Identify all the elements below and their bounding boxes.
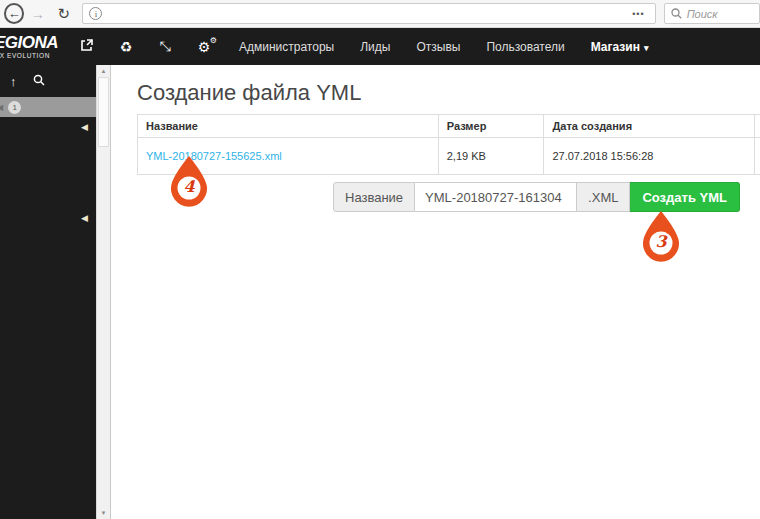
main-content: Создание файла YML Название Размер Дата … (111, 65, 760, 519)
create-yml-form: Название .XML Создать YML (333, 182, 740, 212)
marker-number: 3 (641, 232, 681, 251)
recycle-icon: ♻ (120, 39, 133, 55)
marker-number: 4 (169, 177, 209, 196)
tree-scrollbar[interactable]: ▲ ▼ (96, 65, 111, 519)
plugin-icon: ⤡ (159, 38, 170, 54)
navbar-menu: Администраторы Лиды Отзывы Пользователи … (239, 40, 648, 54)
menu-item-leads[interactable]: Лиды (360, 40, 390, 54)
browser-back-button[interactable]: ← (4, 3, 24, 24)
node-count-badge: 1 (8, 101, 21, 114)
refresh-site-button[interactable]: ♻ (117, 39, 135, 55)
site-info-icon[interactable]: i (89, 7, 102, 20)
menu-item-shop[interactable]: Магазин▾ (591, 40, 649, 54)
search-icon (33, 74, 45, 86)
collapse-tree-button[interactable]: ↑ (10, 74, 17, 89)
scroll-down-icon[interactable]: ▼ (97, 510, 110, 516)
col-header-size: Размер (438, 115, 544, 138)
annotation-marker-3: 3 (641, 210, 681, 262)
preview-site-button[interactable] (78, 38, 96, 55)
search-icon (671, 8, 682, 19)
plugin-button[interactable]: ⤡ (156, 38, 174, 55)
table-header-row: Название Размер Дата создания Уп (138, 115, 760, 138)
chevron-down-icon: ▾ (644, 43, 649, 53)
menu-item-users[interactable]: Пользователи (486, 40, 564, 54)
tree-toolbar: ↑ (0, 65, 96, 97)
col-header-manage: Уп (754, 115, 760, 138)
external-link-icon (80, 38, 94, 52)
address-bar[interactable]: i ••• (82, 3, 655, 24)
app-window: ← → ↻ i ••• Поиск EGIONA OX EVOLUTION ♻ … (0, 0, 760, 519)
navbar-icon-group: ♻ ⤡ ⚙ ⚙ (78, 38, 213, 55)
page-title: Создание файла YML (137, 80, 361, 106)
settings-button[interactable]: ⚙ ⚙ (195, 39, 213, 55)
tree-collapse-icon[interactable]: ◀ (81, 122, 88, 132)
browser-refresh-button[interactable]: ↻ (53, 3, 74, 25)
yml-file-link[interactable]: YML-20180727-155625.xml (146, 150, 282, 162)
gear-small-icon: ⚙ (210, 36, 217, 45)
scroll-up-icon[interactable]: ▲ (97, 68, 110, 74)
refresh-icon: ↻ (58, 5, 71, 23)
page-actions-button[interactable]: ••• (628, 7, 648, 21)
file-size-cell: 2,19 KB (438, 138, 544, 175)
annotation-marker-4: 4 (169, 155, 209, 207)
admin-navbar: EGIONA OX EVOLUTION ♻ ⤡ ⚙ ⚙ Администрато… (0, 28, 760, 65)
file-date-cell: 27.07.2018 15:56:28 (544, 138, 754, 175)
scrollbar-thumb[interactable] (98, 77, 109, 147)
site-logo[interactable]: EGIONA OX EVOLUTION (0, 34, 66, 60)
logo-subtext: OX EVOLUTION (0, 53, 66, 60)
browser-search-box[interactable]: Поиск (664, 3, 760, 24)
tree-root-node[interactable]: ◀ 1 (0, 97, 96, 117)
menu-item-reviews[interactable]: Отзывы (416, 40, 460, 54)
table-row: YML-20180727-155625.xml 2,19 KB 27.07.20… (138, 138, 760, 175)
browser-forward-button[interactable]: → (27, 3, 48, 25)
col-header-name: Название (138, 115, 439, 138)
create-yml-button[interactable]: Создать YML (630, 182, 740, 212)
up-arrow-icon: ↑ (10, 74, 17, 89)
xml-extension-addon: .XML (577, 182, 630, 212)
back-icon: ← (8, 7, 21, 20)
gear-icon: ⚙ (198, 39, 211, 55)
yml-files-table: Название Размер Дата создания Уп YML-201… (137, 114, 760, 175)
tree-search-button[interactable] (33, 74, 45, 89)
forward-icon: → (31, 6, 45, 22)
menu-item-administrators[interactable]: Администраторы (239, 40, 334, 54)
tree-collapse-icon[interactable]: ◀ (81, 213, 88, 223)
col-header-created: Дата создания (544, 115, 754, 138)
yml-name-input[interactable] (415, 182, 577, 212)
browser-toolbar: ← → ↻ i ••• Поиск (0, 0, 760, 28)
node-arrow-icon: ◀ (0, 103, 3, 112)
name-addon-label: Название (333, 182, 415, 212)
logo-text: EGIONA (0, 34, 66, 51)
search-placeholder: Поиск (687, 8, 718, 20)
resource-tree-sidebar: ↑ ◀ 1 ◀ ◀ (0, 65, 96, 519)
